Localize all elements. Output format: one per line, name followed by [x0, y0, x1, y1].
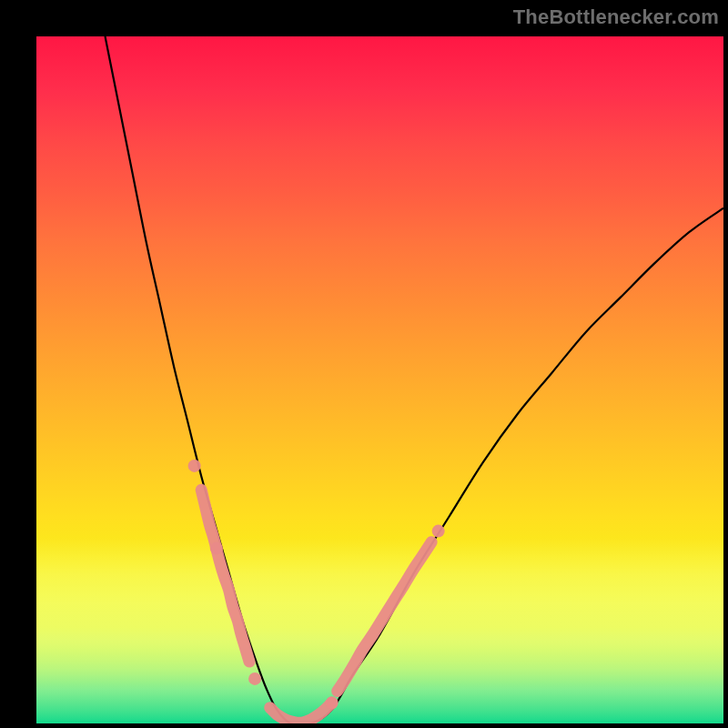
plot-area — [36, 36, 723, 723]
chart-svg — [36, 36, 723, 723]
highlight-dot-1 — [210, 541, 223, 554]
watermark-credit: TheBottlenecker.com — [513, 5, 719, 29]
highlight-segment-0 — [201, 490, 249, 662]
highlight-dot-4 — [432, 525, 445, 538]
bottleneck-curve — [106, 36, 724, 723]
highlight-segment-1 — [270, 703, 332, 723]
highlight-dot-0 — [188, 460, 201, 472]
highlight-dot-3 — [326, 696, 339, 709]
highlight-segment-2 — [338, 542, 431, 692]
highlight-dot-2 — [248, 672, 261, 685]
chart-frame: TheBottlenecker.com — [0, 0, 728, 728]
